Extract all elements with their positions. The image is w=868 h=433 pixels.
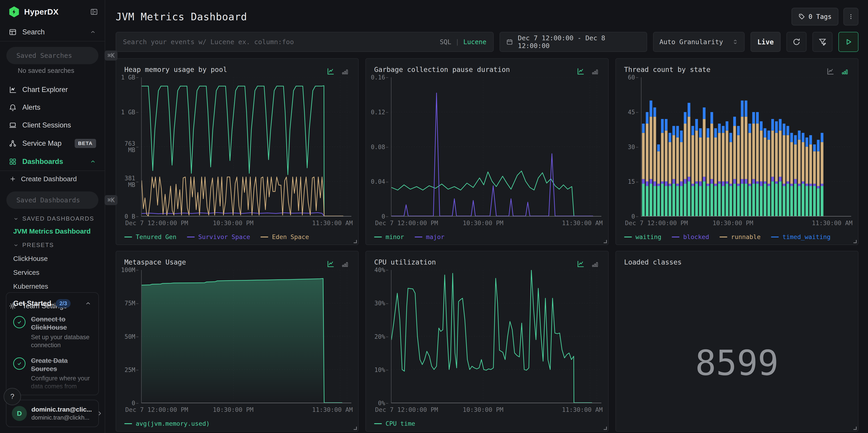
more-menu-button[interactable] — [843, 8, 859, 26]
kebab-icon — [848, 13, 854, 20]
bell-icon — [9, 103, 17, 112]
no-saved-searches-text: No saved searches — [18, 67, 105, 74]
user-name: dominic.tran@clic... — [31, 406, 92, 413]
metaspace-chart-svg — [142, 270, 351, 403]
legend-swatch — [187, 237, 195, 238]
refresh-icon — [792, 37, 801, 46]
legend-item[interactable]: CPU time — [374, 420, 415, 427]
x-tick-label: 11:30:00 AM — [812, 219, 852, 226]
panel-resize-handle[interactable] — [854, 240, 857, 243]
saved-dashboards-section[interactable]: SAVED DASHBOARDS — [13, 215, 105, 222]
sidebar-item-search[interactable]: Search — [0, 23, 105, 41]
x-tick-label: 10:30:00 PM — [213, 406, 254, 413]
query-language-toggle[interactable]: SQL | Lucene — [440, 38, 486, 46]
legend-item[interactable]: blocked — [672, 233, 709, 240]
avatar: D — [12, 406, 27, 421]
sidebar-item-service-map[interactable]: Service Map BETA — [0, 134, 105, 153]
line-chart-icon[interactable] — [576, 259, 585, 268]
chart-plot[interactable] — [141, 270, 351, 403]
filter-edit-icon — [818, 37, 827, 46]
panel-resize-handle[interactable] — [603, 427, 607, 430]
x-tick-label: 11:30:00 AM — [562, 406, 603, 413]
service-map-icon — [9, 139, 17, 148]
legend-item[interactable]: timed_waiting — [771, 233, 830, 240]
sidebar-item-jvm-dashboard[interactable]: JVM Metrics Dashboard — [13, 227, 105, 235]
bar-chart-icon[interactable] — [341, 261, 349, 268]
saved-searches-search[interactable]: ⌘K — [6, 47, 98, 64]
user-menu[interactable]: D dominic.tran@clic... dominic.tran@clic… — [6, 400, 99, 427]
legend-swatch — [415, 237, 423, 238]
y-tick-label: 0.16 — [370, 74, 385, 81]
granularity-select[interactable]: Auto Granularity — [653, 32, 745, 52]
live-button[interactable]: Live — [750, 32, 781, 52]
saved-dashboards-input[interactable] — [17, 196, 100, 204]
tags-button[interactable]: 0 Tags — [792, 8, 838, 26]
legend-item[interactable]: avg(jvm.memory.used) — [124, 420, 210, 427]
filter-button[interactable] — [812, 32, 833, 52]
chevron-up-icon[interactable] — [85, 300, 92, 307]
run-query-button[interactable] — [838, 32, 859, 52]
panel-resize-handle[interactable] — [603, 240, 607, 243]
bar-chart-icon[interactable] — [591, 68, 599, 75]
legend-item[interactable]: major — [415, 233, 444, 240]
refresh-button[interactable] — [786, 32, 807, 52]
checklist-item-title: Create Data Sources — [31, 357, 92, 373]
x-tick-label: Dec 7 12:00:00 PM — [125, 219, 188, 226]
y-tick-label: 0.08 — [370, 144, 385, 150]
y-tick-label: 0 B — [121, 213, 135, 220]
date-range-picker[interactable]: Dec 7 12:00:00 - Dec 8 12:00:00 — [500, 32, 647, 52]
line-chart-icon[interactable] — [326, 67, 335, 75]
chart-plot[interactable] — [641, 78, 851, 216]
panel-resize-handle[interactable] — [854, 427, 857, 430]
bar-chart-icon[interactable] — [841, 68, 848, 75]
sidebar-collapse-icon[interactable] — [90, 8, 98, 16]
x-tick-label: Dec 7 12:00:00 PM — [125, 406, 188, 413]
section-label: PRESETS — [22, 242, 54, 249]
panel-resize-handle[interactable] — [353, 427, 357, 430]
sidebar-item-client-sessions[interactable]: Client Sessions — [0, 116, 105, 134]
legend-item[interactable]: minor — [374, 233, 404, 240]
bar-chart-icon[interactable] — [591, 261, 599, 268]
checklist-item-connect[interactable]: Connect to ClickHouse Set up your databa… — [13, 315, 92, 349]
chevron-up-icon[interactable] — [90, 29, 96, 35]
panel-cpu: CPU utilization 40%30%20%10%0% Dec 7 12:… — [366, 251, 609, 432]
line-chart-icon[interactable] — [326, 259, 335, 268]
event-search-input[interactable] — [123, 38, 435, 46]
lucene-option[interactable]: Lucene — [463, 38, 486, 46]
chevron-up-icon[interactable] — [90, 158, 96, 165]
chart-plot[interactable] — [391, 78, 601, 216]
sidebar-item-services[interactable]: Services — [13, 269, 105, 276]
legend-item[interactable]: waiting — [624, 233, 661, 240]
chart-plot[interactable] — [391, 270, 601, 403]
bar-chart-icon[interactable] — [341, 68, 349, 75]
sidebar-item-dashboards[interactable]: Dashboards — [0, 153, 105, 171]
line-chart-icon[interactable] — [826, 67, 835, 75]
heap-chart-svg — [142, 78, 351, 216]
legend-item[interactable]: Survivor Space — [187, 233, 250, 240]
create-dashboard-button[interactable]: Create Dashboard — [0, 171, 105, 186]
help-button[interactable]: ? — [4, 388, 21, 405]
line-chart-icon[interactable] — [576, 67, 585, 75]
y-axis-labels: 0.160.120.080.040 — [374, 78, 388, 216]
saved-dashboards-search[interactable]: ⌘K — [6, 191, 98, 209]
panel-resize-handle[interactable] — [353, 240, 357, 243]
legend-swatch — [771, 237, 779, 238]
legend-label: CPU time — [385, 420, 415, 427]
legend-item[interactable]: Eden Space — [260, 233, 309, 240]
y-tick-label: 75M — [121, 300, 135, 307]
sidebar-item-clickhouse[interactable]: ClickHouse — [13, 255, 105, 262]
dashboards-icon — [9, 158, 17, 166]
sidebar-item-chart-explorer[interactable]: Chart Explorer — [0, 81, 105, 99]
get-started-title: Get Started — [13, 299, 51, 308]
sidebar-item-kubernetes[interactable]: Kubernetes — [13, 282, 105, 290]
page-title: JVM Metrics Dashboard — [116, 11, 247, 23]
legend-item[interactable]: Tenured Gen — [124, 233, 177, 240]
chart-plot[interactable] — [141, 78, 351, 216]
event-search-bar[interactable]: SQL | Lucene — [116, 32, 494, 52]
saved-searches-input[interactable] — [17, 52, 100, 59]
legend-item[interactable]: runnable — [719, 233, 761, 240]
sql-option[interactable]: SQL — [440, 38, 451, 46]
sidebar-item-alerts[interactable]: Alerts — [0, 99, 105, 116]
presets-section[interactable]: PRESETS — [13, 242, 105, 249]
y-tick-label: 0 — [620, 213, 635, 220]
